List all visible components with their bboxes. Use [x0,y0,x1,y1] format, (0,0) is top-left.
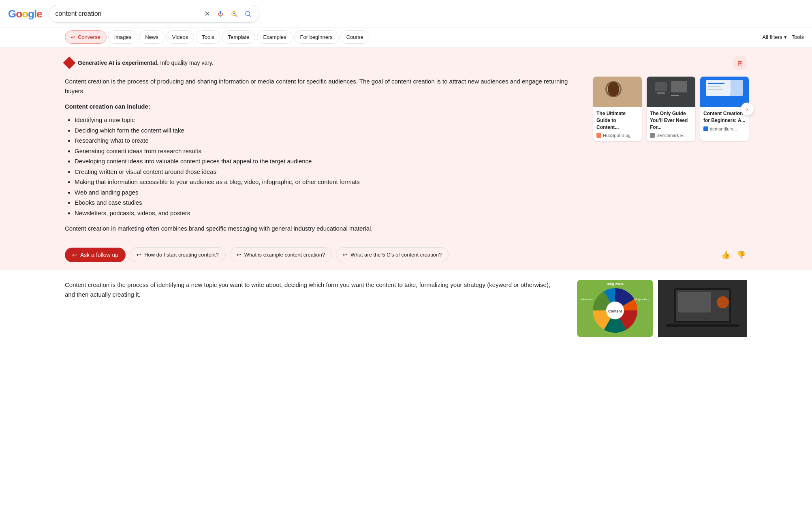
feedback-buttons: 👍 👎 [720,249,747,261]
card-image-2 [647,77,695,107]
tab-label-template: Template [228,34,250,40]
ai-content: Content creation is the process of produ… [65,77,747,239]
list-item: Researching what to create [75,135,577,146]
svg-rect-15 [671,95,679,96]
ai-diamond-icon [63,56,75,69]
tab-converse[interactable]: ↩ Converse [65,30,107,44]
tools-button[interactable]: Tools [792,34,804,40]
cards-row: The Ultimate Guide to Content... HubSpot… [593,77,747,141]
card-image-3 [700,77,749,107]
suggestion-3-button[interactable]: ↩ What are the 5 C's of content creation… [336,247,449,262]
all-filters-label: All filters [763,34,782,40]
list-item: Ebooks and case studies [75,197,577,208]
tab-videos[interactable]: Videos [166,30,194,44]
svg-rect-13 [657,92,665,94]
suggestion-2-label: What is example content creation? [244,252,325,258]
clear-icon[interactable]: ✕ [203,9,211,19]
google-logo: Google [8,8,42,20]
suggestion-1-button[interactable]: ↩ How do I start creating content? [130,247,226,262]
tab-label-videos: Videos [172,34,188,40]
bottom-paragraph: Content creation is the process of ident… [65,280,561,300]
voice-search-icon[interactable] [216,9,225,18]
tab-label-converse: Converse [78,34,100,40]
tab-tools[interactable]: Tools [196,30,220,44]
tab-label-for-beginners: For beginners [300,34,333,40]
layout-toggle-button[interactable]: ⊞ [733,56,747,70]
suggestion-1-label: How do I start creating content? [144,252,219,258]
svg-text:Infographics: Infographics [634,298,650,301]
tab-examples[interactable]: Examples [257,30,292,44]
svg-text:Content: Content [608,309,622,313]
tab-news[interactable]: News [139,30,165,44]
tab-label-tools: Tools [202,34,214,40]
card-source-label-2: Benchmark E... [656,133,687,138]
cards-next-button[interactable]: › [741,103,754,116]
bottom-text-block: Content creation is the process of ident… [65,280,561,337]
card-title-2: The Only Guide You'll Ever Need For... [650,110,692,130]
followup-primary-label: Ask a follow up [80,252,118,258]
suggestion-arrow-2: ↩ [237,252,241,258]
ai-notice: Generative AI is experimental. Info qual… [65,56,747,70]
list-item: Making that information accessible to yo… [75,177,577,187]
card-image-1 [593,77,642,107]
list-item: Newsletters, podcasts, videos, and poste… [75,208,577,218]
svg-rect-19 [708,86,720,87]
svg-point-10 [608,82,619,96]
card-source-1: HubSpot Blog [596,133,639,138]
followup-arrow-icon: ↩ [72,252,77,258]
ai-intro: Content creation is the process of produ… [65,77,577,96]
suggestion-arrow-1: ↩ [137,252,141,258]
tab-for-beginners[interactable]: For beginners [294,30,339,44]
list-item: Creating written or visual content aroun… [75,167,577,177]
header: Google ✕ [0,0,812,28]
card-source-label-3: demandjum... [710,126,737,131]
bottom-content: Content creation is the process of ident… [65,280,747,337]
tab-template[interactable]: Template [222,30,256,44]
svg-rect-14 [671,81,687,92]
card-body-2: The Only Guide You'll Ever Need For... B… [647,107,695,141]
tab-images[interactable]: Images [108,30,138,44]
ai-list: Identifying a new topic Deciding which f… [65,115,577,218]
svg-point-32 [717,296,729,308]
ai-list-heading: Content creation can include: [65,102,577,111]
ai-cards-panel: The Ultimate Guide to Content... HubSpot… [593,77,747,239]
tab-course[interactable]: Course [340,30,370,44]
ai-notice-text: Generative AI is experimental. Info qual… [78,60,214,66]
search-submit-icon[interactable] [244,9,252,18]
ask-followup-button[interactable]: ↩ Ask a follow up [65,248,126,262]
svg-point-3 [233,13,235,15]
tabs-row: ↩ Converse Images News Videos Tools Temp… [0,28,812,47]
result-card-1[interactable]: The Ultimate Guide to Content... HubSpot… [593,77,642,141]
svg-line-4 [235,15,237,17]
benchmark-favicon [650,133,655,138]
svg-rect-31 [678,292,711,312]
card-body-1: The Ultimate Guide to Content... HubSpot… [593,107,642,141]
wheel-chart-image: Content Blog Posts Infographics Webinars [577,280,653,337]
search-icons: ✕ [203,9,252,19]
card-title-3: Content Creation for Beginners: A... [703,110,746,124]
tab-label-images: Images [114,34,132,40]
lens-icon[interactable] [230,9,239,18]
ai-text-block: Content creation is the process of produ… [65,77,577,239]
thumbs-down-button[interactable]: 👎 [735,249,747,261]
bottom-images: Content Blog Posts Infographics Webinars [577,280,747,337]
svg-rect-33 [666,324,739,327]
list-item: Deciding which form the content will tak… [75,125,577,136]
search-bar: ✕ [49,5,259,23]
converse-icon: ↩ [71,34,75,40]
suggestion-2-button[interactable]: ↩ What is example content creation? [230,247,332,262]
svg-text:Blog Posts: Blog Posts [607,282,624,286]
suggestion-3-label: What are the 5 C's of content creation? [350,252,442,258]
all-filters-button[interactable]: All filters ▾ [763,34,787,40]
tab-label-course: Course [346,34,363,40]
thumbs-up-button[interactable]: 👍 [720,249,732,261]
search-input[interactable] [56,10,199,17]
result-card-2[interactable]: The Only Guide You'll Ever Need For... B… [647,77,695,141]
svg-text:Webinars: Webinars [581,298,593,301]
list-item: Identifying a new topic [75,115,577,125]
card-source-2: Benchmark E... [650,133,692,138]
card-source-3: demandjum... [703,126,746,131]
svg-rect-0 [219,11,221,15]
list-item: Generating content ideas from research r… [75,146,577,156]
chevron-down-icon: ▾ [784,34,787,40]
